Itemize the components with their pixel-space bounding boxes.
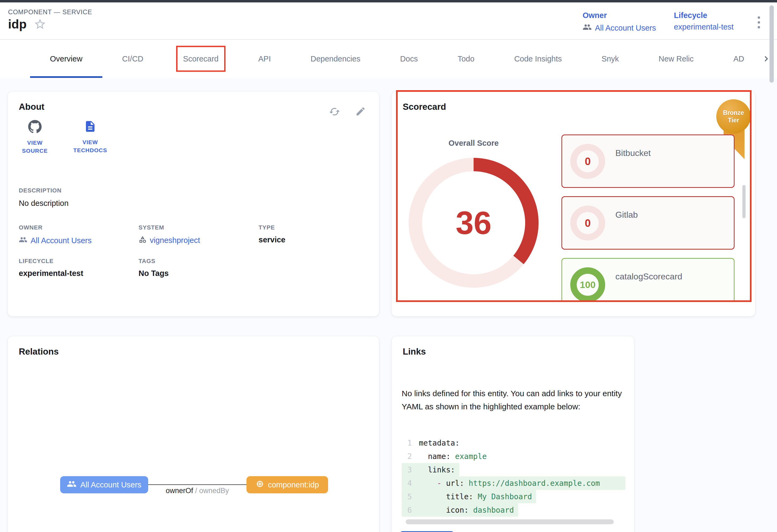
system-field-label: SYSTEM bbox=[138, 224, 258, 231]
tab-scorecard[interactable]: Scorecard bbox=[163, 40, 238, 78]
overall-score-donut: 36 bbox=[409, 158, 539, 288]
links-title: Links bbox=[403, 347, 426, 357]
owner-field-link[interactable]: All Account Users bbox=[19, 235, 138, 246]
relation-node-component[interactable]: component:idp bbox=[246, 476, 328, 493]
favorite-star-icon[interactable] bbox=[33, 18, 46, 31]
relations-card: Relations All Account Users component:id… bbox=[7, 336, 379, 532]
refresh-icon[interactable] bbox=[329, 106, 340, 118]
edit-pencil-icon[interactable] bbox=[355, 106, 366, 118]
lifecycle-value: experimental-test bbox=[674, 22, 734, 31]
lifecycle-field-value: experimental-test bbox=[19, 269, 138, 278]
view-techdocs-link[interactable]: VIEWTECHDOCS bbox=[68, 120, 113, 155]
chip-icon bbox=[255, 480, 264, 490]
score-ring: 0 bbox=[570, 144, 605, 179]
view-source-link[interactable]: VIEWSOURCE bbox=[12, 120, 58, 155]
techdocs-icon bbox=[84, 120, 97, 134]
about-title: About bbox=[19, 102, 44, 112]
scorecard-card: Scorecard Bronze Tier Overall Score 36 0… bbox=[392, 91, 755, 316]
people-icon bbox=[19, 235, 27, 246]
tab-todo[interactable]: Todo bbox=[438, 40, 494, 78]
tags-field-label: TAGS bbox=[138, 258, 258, 265]
yaml-code-block: 1metadata: 2 name: example 3 links: 4 - … bbox=[402, 436, 625, 517]
tab-dependencies[interactable]: Dependencies bbox=[291, 40, 380, 78]
page-title: idp bbox=[8, 17, 27, 31]
type-field-value: service bbox=[258, 235, 347, 244]
overall-score-value: 36 bbox=[456, 204, 491, 241]
relation-node-owner[interactable]: All Account Users bbox=[60, 476, 148, 493]
lifecycle-label: Lifecycle bbox=[674, 11, 734, 20]
tab-overflow-truncated[interactable]: AD bbox=[713, 40, 764, 78]
scorecard-item-gitlab[interactable]: 0 Gitlab bbox=[561, 196, 735, 250]
tab-bar: Overview CI/CD Scorecard API Dependencie… bbox=[0, 40, 777, 78]
tags-field-value: No Tags bbox=[138, 269, 258, 278]
tabs-scroll-right-chevron-icon[interactable] bbox=[762, 40, 770, 78]
score-ring: 0 bbox=[570, 206, 605, 241]
page-header: COMPONENT — SERVICE idp Owner All Accoun… bbox=[0, 2, 777, 40]
top-accent-bar bbox=[0, 0, 777, 2]
tab-cicd[interactable]: CI/CD bbox=[102, 40, 163, 78]
description-value: No description bbox=[19, 199, 69, 208]
breadcrumb: COMPONENT — SERVICE bbox=[8, 8, 92, 16]
tab-code-insights[interactable]: Code Insights bbox=[494, 40, 581, 78]
kebab-menu-icon[interactable] bbox=[758, 16, 760, 28]
tab-api[interactable]: API bbox=[238, 40, 291, 78]
relation-edge-label: ownerOf / ownedBy bbox=[148, 487, 246, 495]
code-horizontal-scrollbar[interactable] bbox=[406, 519, 614, 524]
scorecard-item-catalogscorecard[interactable]: 100 catalogScorecard bbox=[561, 258, 735, 301]
tab-docs[interactable]: Docs bbox=[380, 40, 438, 78]
links-card: Links No links defined for this entity. … bbox=[392, 336, 634, 532]
system-icon bbox=[138, 235, 146, 245]
relations-title: Relations bbox=[19, 347, 59, 357]
tab-overview[interactable]: Overview bbox=[30, 40, 102, 78]
about-card: About VIEWSOURCE VIEWTECHDOCS DESCRIPTIO… bbox=[7, 91, 379, 316]
overall-score-label: Overall Score bbox=[409, 139, 539, 148]
lifecycle-field-label: LIFECYCLE bbox=[19, 258, 138, 265]
scorecard-item-list: 0 Bitbucket 0 Gitlab 100 catalogScorecar… bbox=[561, 134, 735, 301]
description-label: DESCRIPTION bbox=[19, 187, 69, 194]
page-vertical-scrollbar[interactable] bbox=[770, 5, 774, 83]
type-field-label: TYPE bbox=[258, 224, 347, 231]
owner-value: All Account Users bbox=[595, 24, 656, 32]
score-ring: 100 bbox=[570, 267, 605, 301]
people-icon bbox=[67, 479, 77, 491]
owner-field-label: OWNER bbox=[19, 224, 138, 231]
links-empty-message: No links defined for this entity. You ca… bbox=[402, 387, 629, 413]
people-icon bbox=[583, 22, 592, 33]
relation-edge-line bbox=[148, 484, 246, 485]
bronze-tier-badge: Bronze Tier bbox=[716, 99, 751, 134]
owner-link[interactable]: All Account Users bbox=[583, 22, 656, 33]
tab-snyk[interactable]: Snyk bbox=[581, 40, 639, 78]
owner-label: Owner bbox=[583, 11, 656, 20]
scorecard-item-bitbucket[interactable]: 0 Bitbucket bbox=[561, 134, 735, 188]
system-field-link[interactable]: vigneshproject bbox=[138, 235, 258, 245]
tab-new-relic[interactable]: New Relic bbox=[639, 40, 713, 78]
scorecard-title: Scorecard bbox=[403, 102, 446, 112]
scorecard-list-scrollbar[interactable] bbox=[742, 185, 746, 218]
github-icon bbox=[28, 120, 41, 134]
